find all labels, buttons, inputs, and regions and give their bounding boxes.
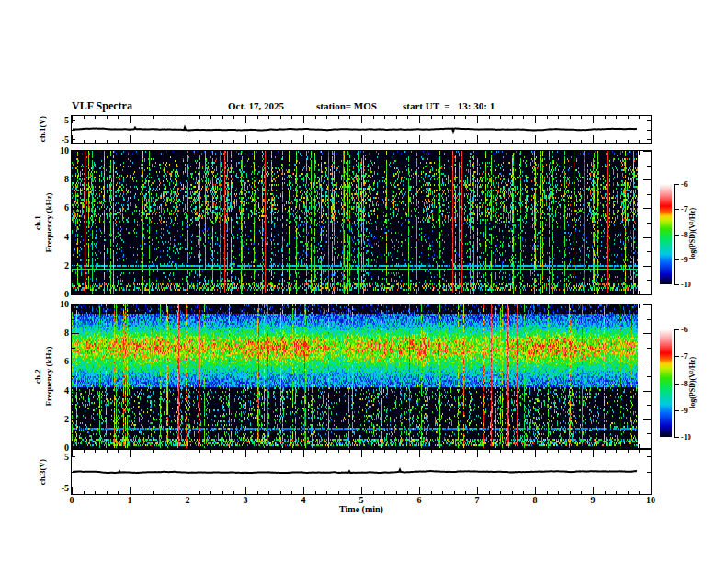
colorbar-tick-label: -6	[681, 326, 688, 334]
x-tick-label: 7	[465, 495, 489, 505]
x-tick-label: 2	[176, 495, 199, 505]
colorbar-tick-label: -10	[681, 433, 691, 442]
ch2-channel-label: ch.2	[33, 369, 42, 384]
header-station: station= MOS	[316, 100, 377, 111]
colorbar-tick	[674, 329, 679, 330]
ch1-frequency-axis-title: Frequency (kHz)	[44, 192, 53, 252]
time-axis-label: Time (min)	[324, 504, 398, 514]
page-title: VLF Spectra	[72, 99, 132, 113]
colorbar-tick	[674, 184, 679, 185]
frequency-tick-label: 8	[51, 174, 69, 184]
colorbar-tick-label: -8	[681, 380, 688, 388]
colorbar-tick	[674, 356, 679, 357]
ch1-spectrogram-panel	[71, 150, 652, 295]
x-tick-label: 9	[581, 495, 605, 505]
colorbar-tick	[674, 209, 679, 210]
colorbar-tick	[674, 284, 679, 285]
colorbar-tick-label: -6	[681, 180, 688, 189]
colorbar-tick-label: -8	[681, 231, 688, 239]
voltage-tick-label: 5	[51, 115, 69, 125]
header-date: Oct. 17, 2025	[228, 100, 284, 111]
voltage-tick-label: 5	[51, 452, 69, 462]
frequency-tick-label: 10	[51, 145, 69, 155]
colorbar-tick	[674, 259, 679, 260]
frequency-tick-label: 4	[51, 385, 69, 396]
ch1-voltage-panel	[71, 115, 652, 144]
colorbar-tick-label: -9	[681, 407, 688, 415]
frequency-tick-label: 0	[51, 289, 69, 299]
frequency-tick-label: 6	[51, 202, 69, 213]
frequency-tick-label: 2	[51, 414, 69, 424]
colorbar-tick	[674, 410, 679, 411]
x-tick-label: 8	[523, 495, 547, 505]
colorbar-ch1-gradient	[660, 184, 672, 284]
header-start-ut: start UT = 13: 30: 1	[403, 100, 495, 111]
colorbar-tick	[674, 235, 679, 236]
frequency-tick-label: 4	[51, 232, 69, 242]
ch2-frequency-axis-title: Frequency (kHz)	[44, 346, 53, 406]
colorbar-tick	[674, 384, 679, 385]
colorbar-ch2-unit-label: log(PSD)(V²/Hz)	[688, 357, 697, 408]
ch2-spectrogram-panel	[71, 304, 652, 449]
voltage-tick-label: -5	[51, 134, 69, 144]
x-tick-label: 6	[407, 495, 431, 505]
ch3-voltage-axis-title: ch.3(V)	[38, 459, 47, 485]
colorbar-tick	[674, 437, 679, 438]
colorbar-tick-label: -10	[681, 281, 691, 289]
colorbar-tick-label: -7	[681, 352, 688, 361]
ch3-voltage-panel	[71, 449, 652, 495]
frequency-tick-label: 6	[51, 356, 69, 366]
colorbar-tick-label: -9	[681, 256, 688, 264]
colorbar-ch2-gradient	[660, 329, 672, 437]
x-tick-label: 10	[639, 495, 663, 505]
ch1-voltage-axis-title: ch.1(V)	[38, 116, 47, 142]
voltage-tick-label: -5	[51, 483, 69, 493]
ch1-channel-label: ch.1	[33, 215, 42, 230]
vlf-spectra-page: VLF Spectra Oct. 17, 2025 station= MOS s…	[0, 0, 728, 563]
frequency-tick-label: 2	[51, 260, 69, 270]
x-tick-label: 3	[233, 495, 257, 505]
colorbar-ch1-unit-label: log(PSD)(V²/Hz)	[688, 208, 697, 259]
x-tick-label: 4	[291, 495, 315, 505]
x-tick-label: 0	[60, 495, 84, 505]
colorbar-tick-label: -7	[681, 205, 688, 213]
x-tick-label: 1	[118, 495, 142, 505]
frequency-tick-label: 10	[51, 299, 69, 309]
frequency-tick-label: 8	[51, 327, 69, 338]
